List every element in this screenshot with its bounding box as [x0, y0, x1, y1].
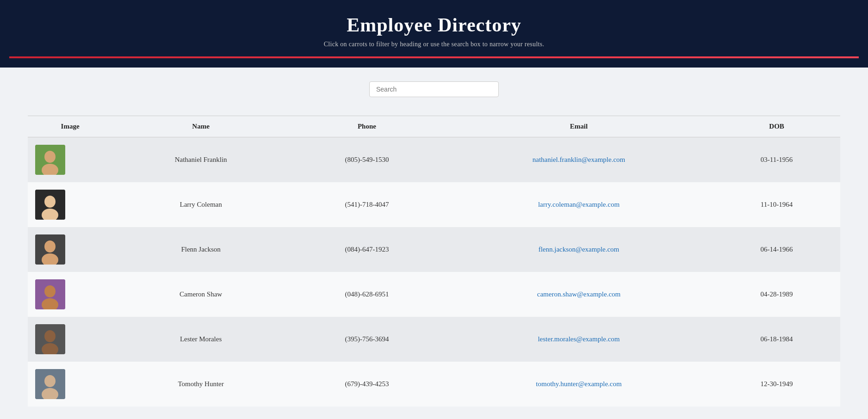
employee-email[interactable]: larry.coleman@example.com [445, 182, 713, 227]
page-subtitle: Click on carrots to filter by heading or… [9, 41, 859, 48]
employee-email-link[interactable]: tomothy.hunter@example.com [536, 380, 621, 388]
avatar [35, 234, 65, 265]
search-input[interactable] [369, 81, 499, 97]
employee-email-link[interactable]: nathaniel.franklin@example.com [533, 156, 625, 163]
svg-point-1 [44, 151, 56, 163]
employee-email-link[interactable]: cameron.shaw@example.com [537, 290, 620, 298]
employee-email-link[interactable]: larry.coleman@example.com [538, 201, 620, 208]
col-header-dob[interactable]: DOB [713, 116, 840, 137]
employee-name: Cameron Shaw [112, 272, 289, 317]
table-row: Tomothy Hunter(679)-439-4253tomothy.hunt… [28, 362, 840, 407]
employee-phone: (395)-756-3694 [289, 317, 445, 362]
employee-image-cell [28, 137, 112, 183]
employee-dob: 06-18-1984 [713, 317, 840, 362]
employee-dob: 06-14-1966 [713, 227, 840, 272]
employee-dob: 03-11-1956 [713, 137, 840, 183]
table-header: Image Name Phone Email DOB [28, 116, 840, 137]
avatar [35, 145, 65, 175]
table-row: Larry Coleman(541)-718-4047larry.coleman… [28, 182, 840, 227]
employee-email-link[interactable]: flenn.jackson@example.com [539, 246, 620, 253]
avatar [35, 190, 65, 220]
employee-image-cell [28, 362, 112, 407]
employee-dob: 04-28-1989 [713, 272, 840, 317]
employee-email[interactable]: nathaniel.franklin@example.com [445, 137, 713, 183]
svg-point-13 [44, 330, 56, 342]
header-divider [9, 56, 859, 58]
employee-dob: 11-10-1964 [713, 182, 840, 227]
employee-image-cell [28, 272, 112, 317]
col-header-name[interactable]: Name [112, 116, 289, 137]
svg-point-10 [44, 285, 56, 297]
employee-phone: (541)-718-4047 [289, 182, 445, 227]
search-area [0, 68, 868, 111]
employee-email[interactable]: cameron.shaw@example.com [445, 272, 713, 317]
svg-point-4 [44, 196, 56, 208]
avatar [35, 324, 65, 354]
employee-email[interactable]: lester.morales@example.com [445, 317, 713, 362]
employee-name: Nathaniel Franklin [112, 137, 289, 183]
employee-phone: (679)-439-4253 [289, 362, 445, 407]
table-container: Image Name Phone Email DOB Nathaniel Fra… [0, 111, 868, 419]
employee-dob: 12-30-1949 [713, 362, 840, 407]
svg-point-7 [44, 240, 56, 253]
employee-image-cell [28, 182, 112, 227]
employee-name: Flenn Jackson [112, 227, 289, 272]
employee-email[interactable]: flenn.jackson@example.com [445, 227, 713, 272]
table-row: Nathaniel Franklin(805)-549-1530nathanie… [28, 137, 840, 183]
col-header-image[interactable]: Image [28, 116, 112, 137]
avatar [35, 279, 65, 309]
employee-email[interactable]: tomothy.hunter@example.com [445, 362, 713, 407]
col-header-email[interactable]: Email [445, 116, 713, 137]
table-row: Lester Morales(395)-756-3694lester.moral… [28, 317, 840, 362]
table-body: Nathaniel Franklin(805)-549-1530nathanie… [28, 137, 840, 407]
employee-phone: (805)-549-1530 [289, 137, 445, 183]
table-row: Flenn Jackson(084)-647-1923flenn.jackson… [28, 227, 840, 272]
employee-image-cell [28, 227, 112, 272]
employee-phone: (084)-647-1923 [289, 227, 445, 272]
avatar [35, 369, 65, 399]
col-header-phone[interactable]: Phone [289, 116, 445, 137]
employee-image-cell [28, 317, 112, 362]
table-row: Cameron Shaw(048)-628-6951cameron.shaw@e… [28, 272, 840, 317]
employee-name: Larry Coleman [112, 182, 289, 227]
employee-name: Lester Morales [112, 317, 289, 362]
page-header: Employee Directory Click on carrots to f… [0, 0, 868, 68]
employee-name: Tomothy Hunter [112, 362, 289, 407]
employee-table: Image Name Phone Email DOB Nathaniel Fra… [28, 116, 840, 407]
employee-phone: (048)-628-6951 [289, 272, 445, 317]
svg-point-16 [44, 375, 56, 387]
page-title: Employee Directory [9, 14, 859, 36]
employee-email-link[interactable]: lester.morales@example.com [538, 335, 620, 343]
